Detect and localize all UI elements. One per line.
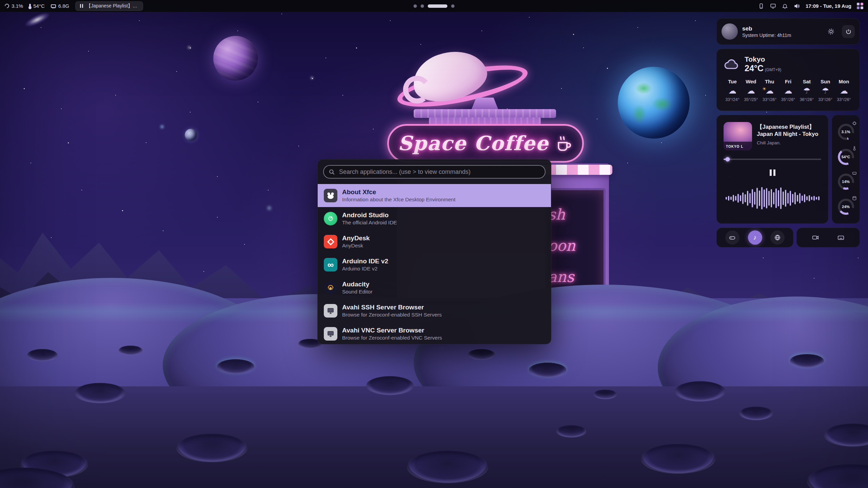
anydesk-icon [324, 235, 337, 248]
thermometer-icon [852, 146, 857, 151]
cpu-icon [852, 121, 857, 126]
item-title: Avahi VNC Server Browser [342, 327, 442, 334]
monitor-icon [324, 327, 337, 341]
disk-icon [852, 196, 857, 201]
memory-icon [852, 171, 857, 176]
album-art: TOKYO L [724, 122, 752, 150]
pause-icon [770, 169, 775, 176]
widget-sidebar: seb System Uptime: 4h11m Tokyo 24°C(GMT+… [716, 18, 860, 247]
top-panel: 3.1% 54°C 6.8G 【Japanese Playlist】 J... [0, 0, 868, 12]
keyboard-button[interactable] [834, 230, 848, 245]
app-grid-icon[interactable] [857, 3, 863, 9]
cloud-icon: ☁ [747, 86, 755, 96]
video-camera-icon [812, 234, 819, 241]
app-launcher: About Xfce Information about the Xfce De… [317, 159, 551, 344]
arduino-infinity-icon: ∞ [324, 258, 337, 271]
thermometer-icon [29, 4, 31, 8]
rain-icon: ☂ [822, 86, 829, 96]
profile-card: seb System Uptime: 4h11m [716, 18, 860, 45]
launcher-item-avahi-ssh[interactable]: Avahi SSH Server Browser Browse for Zero… [318, 299, 551, 322]
track-subtitle: Chill Japan. [757, 140, 821, 145]
screen-record-button[interactable] [808, 230, 823, 245]
xfce-mouse-icon [324, 189, 337, 202]
launcher-item-about-xfce[interactable]: About Xfce Information about the Xfce De… [318, 184, 551, 207]
android-studio-icon [324, 212, 337, 225]
track-title: 【Japanese Playlist】 Japan All Night - To… [757, 123, 821, 138]
seek-knob[interactable] [725, 157, 730, 162]
forecast-day: Tue ☁ 33°/24° [724, 79, 741, 102]
workspace-switcher [414, 4, 455, 8]
memory-indicator: 6.8G [51, 3, 70, 9]
search-input[interactable] [338, 168, 540, 176]
keyboard-icon [837, 234, 845, 241]
dashboard-button[interactable] [725, 230, 739, 245]
forecast-day: Mon ☁ 33°/26° [835, 79, 853, 102]
gamepad-icon [729, 234, 736, 241]
workspace-active-pill[interactable] [428, 4, 448, 8]
item-subtitle: Browse for Zeroconf-enabled SSH Servers [342, 312, 442, 318]
cloud-icon [724, 58, 740, 70]
rain-icon: ☂ [803, 86, 811, 96]
item-subtitle: Arduino IDE v2 [342, 266, 388, 271]
temperature-indicator: 54°C [29, 3, 45, 9]
forecast-day: Wed ☁ 35°/25° [742, 79, 760, 102]
item-subtitle: Information about the Xfce Desktop Envir… [342, 197, 455, 202]
volume-icon[interactable] [793, 3, 800, 9]
phone-link-icon[interactable] [758, 3, 764, 9]
item-title: About Xfce [342, 189, 455, 196]
cpu-gauge-icon [4, 3, 10, 9]
cloud-icon: ☁ [840, 86, 848, 96]
music-widget-button[interactable]: ♪ [748, 230, 762, 245]
desktop: Space Coffee sh oon ans [0, 0, 868, 488]
item-title: Arduino IDE v2 [342, 258, 388, 265]
weather-temperature: 24°C [745, 63, 764, 73]
forecast-day: Fri ☁ 35°/26° [779, 79, 797, 102]
search-icon [329, 169, 335, 175]
now-playing-widget[interactable]: 【Japanese Playlist】 J... [75, 1, 143, 11]
cloud-icon: ☁ [728, 86, 736, 96]
power-button[interactable] [842, 25, 855, 38]
cpu-indicator: 3.1% [5, 3, 23, 9]
memory-gauge: 14% [836, 172, 855, 191]
weather-card: Tokyo 24°C(GMT+9) Tue ☁ 33°/24° Wed ☁ 35… [716, 49, 860, 111]
item-title: Audacity [342, 281, 373, 288]
workspace-dot[interactable] [414, 4, 417, 8]
network-widget-button[interactable] [770, 230, 785, 245]
network-icon[interactable] [770, 3, 776, 9]
uptime-text: System Uptime: 4h11m [742, 33, 820, 38]
launcher-item-avahi-vnc[interactable]: Avahi VNC Server Browser Browse for Zero… [318, 322, 551, 344]
forecast-day: Sun ☂ 33°/26° [816, 79, 834, 102]
disk-gauge: 24% [836, 197, 855, 216]
launcher-item-android-studio[interactable]: Android Studio The official Android IDE [318, 207, 551, 230]
launcher-item-audacity[interactable]: Audacity Sound Editor [318, 276, 551, 299]
settings-button[interactable] [825, 25, 837, 38]
sun-cloud-icon: ☀☁ [766, 86, 774, 96]
cpu-value: 3.1% [12, 3, 23, 9]
now-playing-text: 【Japanese Playlist】 J... [86, 3, 138, 9]
item-subtitle: The official Android IDE [342, 220, 397, 225]
music-player-card: TOKYO L 【Japanese Playlist】 Japan All Ni… [716, 115, 828, 224]
item-title: AnyDesk [342, 235, 370, 242]
temperature-value: 54°C [33, 3, 45, 9]
weather-timezone: (GMT+9) [765, 67, 781, 72]
workspace-dot[interactable] [451, 4, 455, 8]
globe-icon [774, 234, 781, 241]
clock[interactable]: 17:09 - Tue, 19 Aug [806, 3, 851, 9]
launcher-item-anydesk[interactable]: AnyDesk AnyDesk [318, 230, 551, 253]
seek-slider[interactable] [724, 159, 821, 160]
pause-button[interactable] [765, 165, 780, 180]
launcher-item-arduino[interactable]: ∞ Arduino IDE v2 Arduino IDE v2 [318, 253, 551, 276]
forecast-day: Thu ☀☁ 33°/26° [761, 79, 778, 102]
forecast-row: Tue ☁ 33°/24° Wed ☁ 35°/25° Thu ☀☁ 33°/2… [724, 79, 853, 102]
item-subtitle: Sound Editor [342, 289, 373, 294]
item-subtitle: Browse for Zeroconf-enabled VNC Servers [342, 335, 442, 341]
workspace-dot[interactable] [421, 4, 424, 8]
weather-city: Tokyo [745, 55, 781, 63]
avatar [722, 23, 738, 40]
item-title: Android Studio [342, 212, 397, 219]
cpu-gauge: 3.1% [836, 122, 855, 141]
temperature-gauge: 54°C [836, 147, 855, 166]
notifications-bell-icon[interactable] [782, 3, 788, 9]
audacity-icon [324, 281, 337, 294]
gear-icon [828, 28, 834, 35]
